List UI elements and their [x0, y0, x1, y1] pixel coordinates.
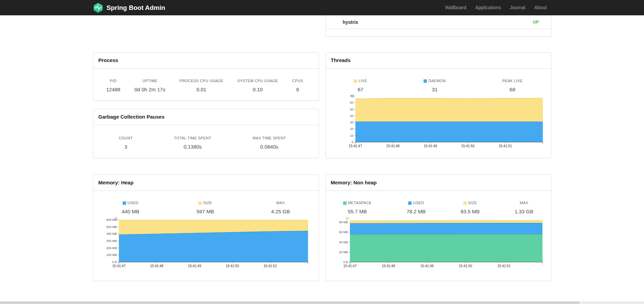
svg-text:0 B: 0 B — [112, 260, 117, 264]
svg-text:20 MB: 20 MB — [339, 250, 348, 254]
metric-gc-count: COUNT 3 — [119, 136, 133, 150]
brand-title: Spring Boot Admin — [107, 4, 165, 12]
metric-pid: PID 12488 — [106, 79, 121, 93]
svg-text:500 MB: 500 MB — [106, 225, 117, 229]
svg-text:15:41:50: 15:41:50 — [226, 264, 239, 268]
application-status-badge: UP — [533, 19, 539, 25]
svg-text:100 MB: 100 MB — [106, 253, 117, 257]
size-swatch-icon — [463, 201, 467, 205]
top-navbar: Spring Boot Admin Wallboard Applications… — [0, 0, 644, 15]
svg-text:20: 20 — [350, 127, 353, 131]
legend-peak-live: PEAK LIVE 68 — [502, 79, 523, 93]
threads-chart: 01020304050607015:41:4715:41:4815:41:491… — [326, 93, 551, 152]
spring-boot-admin-logo-icon — [93, 3, 103, 13]
svg-text:40: 40 — [350, 114, 353, 118]
svg-text:30: 30 — [350, 121, 353, 124]
svg-text:15:41:51: 15:41:51 — [499, 144, 512, 148]
svg-text:15:41:49: 15:41:49 — [424, 144, 437, 148]
nav-item-about[interactable]: About — [530, 0, 551, 15]
memory-nonheap-panel: Memory: Non heap METASPACE 55.7 MB USED — [325, 174, 551, 281]
memory-nonheap-legend: METASPACE 55.7 MB USED 78.2 MB — [326, 191, 551, 215]
svg-text:15:41:47: 15:41:47 — [343, 264, 356, 268]
gc-metrics: COUNT 3 TOTAL TIME SPENT 0.1380s MAX TIM… — [93, 125, 319, 150]
memory-heap-legend: USED 440 MB SIZE 597 MB MAX — [93, 191, 319, 215]
applications-status-panel: hystrix UP — [325, 15, 551, 37]
memory-nonheap-title: Memory: Non heap — [326, 175, 551, 191]
process-panel: Process PID 12488 UPTIME 0d 0h 2m 17s PR… — [93, 52, 319, 101]
used-swatch-icon — [123, 201, 126, 205]
metric-system-cpu-usage: SYSTEM CPU USAGE 0.10 — [237, 79, 278, 93]
svg-text:15:41:47: 15:41:47 — [112, 264, 125, 268]
legend-daemon: DAEMON 31 — [424, 79, 446, 93]
application-name[interactable]: hystrix — [343, 19, 358, 25]
metric-process-cpu-usage: PROCESS CPU USAGE 0.01 — [180, 79, 223, 93]
brand-link[interactable]: Spring Boot Admin — [93, 3, 165, 13]
legend-heap-used: USED 440 MB — [122, 201, 139, 215]
svg-text:15:41:47: 15:41:47 — [349, 144, 362, 148]
svg-text:80 MB: 80 MB — [339, 221, 348, 224]
svg-text:15:41:50: 15:41:50 — [459, 264, 472, 268]
threads-panel-title: Threads — [326, 52, 551, 69]
gc-panel-title: Garbage Collection Pauses — [93, 109, 319, 125]
metric-uptime: UPTIME 0d 0h 2m 17s — [135, 79, 166, 93]
metric-gc-total-time: TOTAL TIME SPENT 0.1380s — [174, 136, 211, 150]
svg-text:300 MB: 300 MB — [106, 239, 117, 243]
legend-live: LIVE 67 — [354, 79, 367, 93]
metric-gc-max-time: MAX TIME SPENT 0.0840s — [252, 136, 286, 150]
threads-legend: LIVE 67 DAEMON 31 PEAK LIVE — [326, 69, 551, 93]
legend-nonheap-used: USED 78.2 MB — [407, 201, 426, 215]
memory-heap-title: Memory: Heap — [93, 175, 319, 191]
svg-text:15:41:50: 15:41:50 — [461, 144, 474, 148]
svg-text:40 MB: 40 MB — [339, 241, 348, 244]
svg-text:15:41:49: 15:41:49 — [420, 264, 433, 268]
svg-text:15:41:48: 15:41:48 — [150, 264, 163, 268]
svg-text:15:41:51: 15:41:51 — [497, 264, 510, 268]
svg-text:10: 10 — [350, 134, 353, 137]
horizontal-scrollbar-thumb[interactable] — [0, 302, 580, 304]
legend-heap-max: MAX 4.25 GB — [271, 201, 290, 215]
svg-text:15:41:51: 15:41:51 — [263, 264, 277, 268]
application-row-hystrix[interactable]: hystrix UP — [326, 15, 551, 29]
used-swatch-icon — [408, 201, 412, 205]
horizontal-scrollbar[interactable] — [0, 301, 644, 304]
legend-heap-size: SIZE 597 MB — [196, 201, 214, 215]
svg-text:60 MB: 60 MB — [339, 230, 348, 234]
svg-text:60: 60 — [350, 101, 353, 104]
nav-item-applications[interactable]: Applications — [471, 0, 505, 15]
legend-nonheap-size: SIZE 83.5 MB — [461, 201, 480, 215]
size-swatch-icon — [198, 201, 202, 205]
navbar-menu: Wallboard Applications Journal About — [441, 0, 551, 15]
metric-cpus: CPUS 8 — [292, 79, 303, 93]
svg-text:0: 0 — [351, 140, 353, 144]
nav-item-journal[interactable]: Journal — [505, 0, 530, 15]
svg-text:15:41:48: 15:41:48 — [386, 144, 399, 148]
svg-text:15:41:48: 15:41:48 — [382, 264, 395, 268]
process-metrics: PID 12488 UPTIME 0d 0h 2m 17s PROCESS CP… — [93, 69, 319, 93]
metaspace-swatch-icon — [343, 201, 347, 205]
svg-text:400 MB: 400 MB — [106, 232, 117, 235]
svg-text:15:41:49: 15:41:49 — [188, 264, 201, 268]
live-swatch-icon — [354, 79, 357, 83]
empty-left-space — [93, 15, 319, 37]
legend-nonheap-max: MAX 1.33 GB — [515, 201, 533, 215]
memory-heap-chart: 0 B100 MB200 MB300 MB400 MB500 MB600 MB1… — [93, 216, 319, 272]
memory-nonheap-chart: 0 B20 MB40 MB60 MB80 MB15:41:4715:41:481… — [326, 216, 551, 272]
process-panel-title: Process — [93, 52, 319, 69]
legend-metaspace: METASPACE 55.7 MB — [343, 201, 372, 215]
threads-panel: Threads LIVE 67 DAEMON 3 — [325, 52, 551, 158]
svg-text:200 MB: 200 MB — [106, 246, 117, 250]
svg-text:50: 50 — [350, 108, 353, 111]
memory-heap-panel: Memory: Heap USED 440 MB SIZE — [93, 174, 319, 281]
gc-pauses-panel: Garbage Collection Pauses COUNT 3 TOTAL … — [93, 109, 319, 158]
svg-text:70: 70 — [350, 94, 353, 98]
daemon-swatch-icon — [424, 79, 427, 83]
svg-text:600 MB: 600 MB — [106, 218, 117, 222]
nav-item-wallboard[interactable]: Wallboard — [441, 0, 471, 15]
svg-text:0 B: 0 B — [343, 260, 348, 264]
